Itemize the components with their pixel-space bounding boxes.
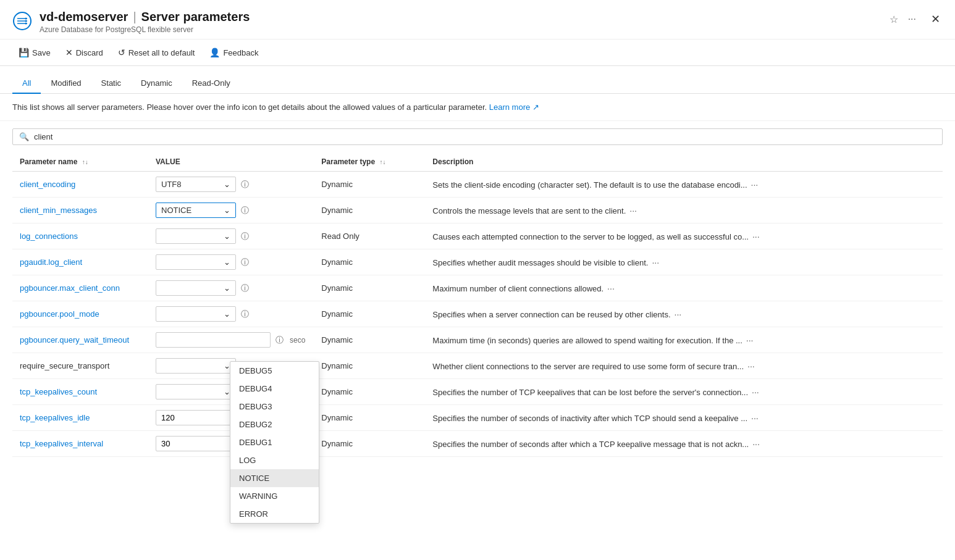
discard-button[interactable]: ✕ Discard [59,44,109,61]
param-value-select[interactable]: ⌄ [156,254,236,270]
reset-icon: ↺ [118,48,125,57]
search-input[interactable] [34,132,936,141]
param-value-cell: ⌄ⓘ [148,224,314,249]
dropdown-option[interactable]: NOTICE [230,469,319,487]
toolbar: 💾 Save ✕ Discard ↺ Reset all to default … [0,40,955,66]
info-icon[interactable]: ⓘ [276,335,284,346]
table-row: client_min_messagesNOTICE⌄ⓘDynamicContro… [12,198,943,224]
row-more-icon[interactable]: ··· [744,360,759,372]
row-more-icon[interactable]: ··· [626,204,641,217]
param-value-select[interactable]: UTF8⌄ [156,177,236,192]
param-description-cell: Maximum number of client connections all… [425,275,943,301]
param-value-cell: ⓘseco [148,327,314,353]
param-name-link[interactable]: tcp_keepalives_interval [20,439,103,448]
param-name-link[interactable]: tcp_keepalives_idle [20,413,90,422]
info-icon[interactable]: ⓘ [241,283,249,294]
param-type-cell: Dynamic [314,172,425,198]
param-name-link[interactable]: client_min_messages [20,206,97,215]
search-bar: 🔍 [0,121,955,153]
param-name-link[interactable]: pgaudit.log_client [20,257,82,267]
discard-icon: ✕ [65,48,73,57]
param-name-cell: require_secure_transport [12,353,148,379]
feedback-button[interactable]: 👤 Feedback [203,44,264,61]
param-name-link[interactable]: pgbouncer.pool_mode [20,309,99,319]
row-more-icon[interactable]: ··· [748,386,763,398]
more-options-icon[interactable]: ··· [906,11,919,27]
reset-button[interactable]: ↺ Reset all to default [112,44,201,61]
page-header: vd-demoserver | Server parameters Azure … [0,0,955,40]
row-more-icon[interactable]: ··· [743,334,757,346]
param-value-select[interactable]: NOTICE⌄ [156,203,236,218]
sort-type-icon[interactable]: ↑↓ [379,159,385,165]
table-header-row: Parameter name ↑↓ VALUE Parameter type ↑… [12,153,943,172]
param-name-link[interactable]: log_connections [20,232,78,241]
row-more-icon[interactable]: ··· [648,256,663,269]
param-name-link[interactable]: pgbouncer.max_client_conn [20,283,120,293]
param-description-cell: Causes each attempted connection to the … [425,224,943,249]
param-description-cell: Specifies when a server connection can b… [425,301,943,327]
save-button[interactable]: 💾 Save [12,44,57,61]
dropdown-arrow-icon: ⌄ [224,309,230,319]
table-row: pgbouncer.max_client_conn⌄ⓘDynamicMaximu… [12,275,943,301]
param-value-select[interactable]: ⌄ [156,358,236,374]
param-type-cell: Dynamic [314,249,425,275]
tab-all[interactable]: All [12,73,41,94]
table-row: pgbouncer.pool_mode⌄ⓘDynamicSpecifies wh… [12,301,943,327]
dropdown-option[interactable]: WARNING [230,487,319,505]
value-dropdown[interactable]: DEBUG5DEBUG4DEBUG3DEBUG2DEBUG1LOGNOTICEW… [230,361,319,524]
tab-modified[interactable]: Modified [41,73,91,94]
row-more-icon[interactable]: ··· [671,308,686,320]
dropdown-option[interactable]: DEBUG1 [230,433,319,451]
page-title-text: Server parameters [141,10,250,24]
dropdown-option[interactable]: ERROR [230,505,319,523]
tab-bar: All Modified Static Dynamic Read-Only [0,66,955,94]
learn-more-link[interactable]: Learn more ↗ [489,102,539,112]
info-icon[interactable]: ⓘ [241,231,249,242]
tab-readonly[interactable]: Read-Only [182,73,240,94]
param-value-input[interactable] [156,332,271,348]
info-icon[interactable]: ⓘ [241,205,249,216]
table-row: client_encodingUTF8⌄ⓘDynamicSets the cli… [12,172,943,198]
row-more-icon[interactable]: ··· [604,282,618,295]
info-icon[interactable]: ⓘ [241,309,249,320]
table-row: pgbouncer.query_wait_timeoutⓘsecoDynamic… [12,327,943,353]
param-description-cell: Specifies the number of seconds after wh… [425,431,943,457]
info-icon[interactable]: ⓘ [241,257,249,268]
param-value-select[interactable]: ⌄ [156,306,236,322]
param-value-cell: NOTICE⌄ⓘ [148,198,314,224]
row-more-icon[interactable]: ··· [747,412,762,424]
info-text-block: This list shows all server parameters. P… [0,94,955,121]
dropdown-arrow-icon: ⌄ [224,206,230,215]
param-name-cell: log_connections [12,224,148,249]
param-name-link[interactable]: pgbouncer.query_wait_timeout [20,335,129,345]
tab-static[interactable]: Static [91,73,132,94]
dropdown-option[interactable]: LOG [230,451,319,469]
param-value-select[interactable]: ⌄ [156,228,236,244]
favorite-icon[interactable]: ☆ [887,11,901,28]
svg-point-1 [25,18,27,20]
dropdown-option[interactable]: DEBUG3 [230,398,319,416]
param-value-cell: UTF8⌄ⓘ [148,172,314,198]
param-name-link[interactable]: client_encoding [20,180,75,189]
unit-label: seco [290,336,305,345]
param-description-cell: Maximum time (in seconds) queries are al… [425,327,943,353]
dropdown-option[interactable]: DEBUG4 [230,380,319,398]
param-name-link[interactable]: tcp_keepalives_count [20,387,97,396]
close-icon[interactable]: ✕ [928,10,943,28]
row-more-icon[interactable]: ··· [749,438,764,450]
row-more-icon[interactable]: ··· [749,230,764,243]
param-value-select[interactable]: ⌄ [156,280,236,296]
col-header-name: Parameter name ↑↓ [12,153,148,172]
param-description-cell: Specifies the number of seconds of inact… [425,405,943,431]
dropdown-option[interactable]: DEBUG5 [230,362,319,380]
row-more-icon[interactable]: ··· [747,178,762,191]
tab-dynamic[interactable]: Dynamic [131,73,182,94]
table-row: require_secure_transport⌄ⓘDynamicWhether… [12,353,943,379]
info-icon[interactable]: ⓘ [241,179,249,190]
dropdown-option[interactable]: DEBUG2 [230,416,319,433]
param-value-select[interactable]: ⌄ [156,384,236,399]
param-name-cell: pgbouncer.query_wait_timeout [12,327,148,353]
sort-name-icon[interactable]: ↑↓ [82,159,88,165]
search-icon: 🔍 [19,132,29,141]
table-row: tcp_keepalives_intervalⓘDynamicSpecifies… [12,431,943,457]
